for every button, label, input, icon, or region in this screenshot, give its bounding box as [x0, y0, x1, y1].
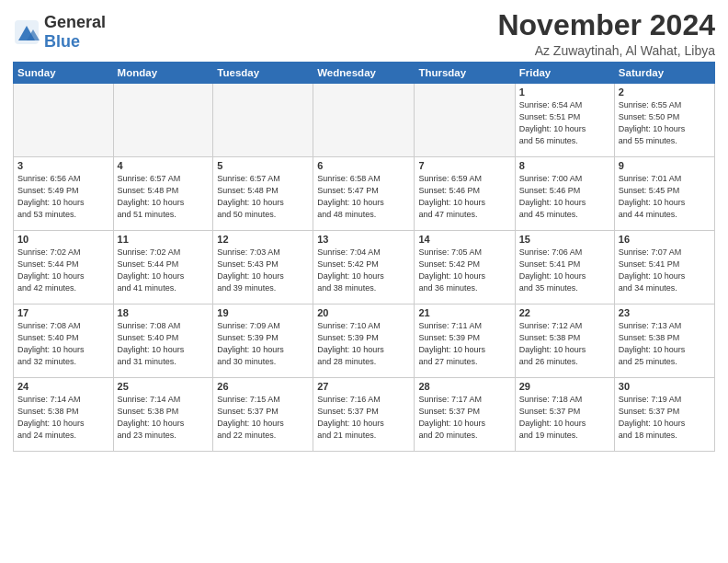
- month-title: November 2024: [497, 9, 715, 41]
- week-row-2: 10Sunrise: 7:02 AM Sunset: 5:44 PM Dayli…: [14, 231, 715, 304]
- calendar-cell: 13Sunrise: 7:04 AM Sunset: 5:42 PM Dayli…: [313, 231, 415, 304]
- day-info: Sunrise: 7:17 AM Sunset: 5:37 PM Dayligh…: [418, 394, 510, 442]
- day-number: 7: [418, 160, 510, 171]
- logo-blue: Blue: [44, 32, 80, 51]
- header-saturday: Saturday: [614, 63, 714, 84]
- day-number: 17: [17, 307, 109, 318]
- day-number: 5: [217, 160, 309, 171]
- calendar-cell: 3Sunrise: 6:56 AM Sunset: 5:49 PM Daylig…: [14, 157, 114, 231]
- calendar-cell: [415, 84, 515, 157]
- calendar-cell: 27Sunrise: 7:16 AM Sunset: 5:37 PM Dayli…: [313, 378, 415, 452]
- day-info: Sunrise: 7:12 AM Sunset: 5:38 PM Dayligh…: [519, 320, 610, 368]
- day-info: Sunrise: 6:56 AM Sunset: 5:49 PM Dayligh…: [17, 173, 109, 221]
- calendar-cell: 8Sunrise: 7:00 AM Sunset: 5:46 PM Daylig…: [515, 157, 614, 231]
- weekday-header-row: Sunday Monday Tuesday Wednesday Thursday…: [14, 63, 715, 84]
- calendar-cell: 14Sunrise: 7:05 AM Sunset: 5:42 PM Dayli…: [415, 231, 515, 304]
- header-wednesday: Wednesday: [313, 63, 415, 84]
- day-number: 29: [519, 381, 610, 392]
- day-number: 8: [519, 160, 610, 171]
- day-info: Sunrise: 7:08 AM Sunset: 5:40 PM Dayligh…: [118, 320, 210, 368]
- day-number: 19: [217, 307, 309, 318]
- day-info: Sunrise: 7:02 AM Sunset: 5:44 PM Dayligh…: [17, 247, 109, 294]
- day-info: Sunrise: 6:58 AM Sunset: 5:47 PM Dayligh…: [317, 173, 410, 221]
- calendar-cell: 1Sunrise: 6:54 AM Sunset: 5:51 PM Daylig…: [515, 84, 614, 157]
- calendar-cell: 20Sunrise: 7:10 AM Sunset: 5:39 PM Dayli…: [313, 304, 415, 378]
- title-block: November 2024 Az Zuwaytinah, Al Wahat, L…: [497, 9, 715, 58]
- day-info: Sunrise: 6:59 AM Sunset: 5:46 PM Dayligh…: [418, 173, 510, 221]
- calendar-cell: [14, 84, 114, 157]
- logo-icon: [13, 18, 40, 46]
- calendar-cell: 23Sunrise: 7:13 AM Sunset: 5:38 PM Dayli…: [614, 304, 714, 378]
- day-number: 10: [17, 234, 109, 245]
- week-row-0: 1Sunrise: 6:54 AM Sunset: 5:51 PM Daylig…: [14, 84, 715, 157]
- day-number: 12: [217, 234, 309, 245]
- header-sunday: Sunday: [14, 63, 114, 84]
- calendar-cell: 11Sunrise: 7:02 AM Sunset: 5:44 PM Dayli…: [113, 231, 213, 304]
- calendar-table: Sunday Monday Tuesday Wednesday Thursday…: [13, 62, 715, 452]
- calendar-cell: 28Sunrise: 7:17 AM Sunset: 5:37 PM Dayli…: [415, 378, 515, 452]
- day-number: 26: [217, 381, 309, 392]
- day-info: Sunrise: 6:54 AM Sunset: 5:51 PM Dayligh…: [519, 99, 610, 147]
- header-friday: Friday: [515, 63, 614, 84]
- day-number: 9: [619, 160, 711, 171]
- header-thursday: Thursday: [415, 63, 515, 84]
- page-container: General Blue November 2024 Az Zuwaytinah…: [0, 0, 728, 457]
- calendar-cell: 19Sunrise: 7:09 AM Sunset: 5:39 PM Dayli…: [213, 304, 313, 378]
- day-number: 11: [118, 234, 210, 245]
- location-title: Az Zuwaytinah, Al Wahat, Libya: [497, 43, 715, 58]
- calendar-cell: 9Sunrise: 7:01 AM Sunset: 5:45 PM Daylig…: [614, 157, 714, 231]
- header: General Blue November 2024 Az Zuwaytinah…: [13, 9, 715, 58]
- day-number: 15: [519, 234, 610, 245]
- day-number: 14: [418, 234, 510, 245]
- day-number: 23: [619, 307, 711, 318]
- day-info: Sunrise: 7:14 AM Sunset: 5:38 PM Dayligh…: [118, 394, 210, 442]
- day-info: Sunrise: 7:06 AM Sunset: 5:41 PM Dayligh…: [519, 247, 610, 294]
- logo-general: General: [44, 13, 106, 31]
- day-number: 3: [17, 160, 109, 171]
- calendar-cell: 25Sunrise: 7:14 AM Sunset: 5:38 PM Dayli…: [113, 378, 213, 452]
- calendar-cell: 22Sunrise: 7:12 AM Sunset: 5:38 PM Dayli…: [515, 304, 614, 378]
- day-number: 20: [317, 307, 410, 318]
- day-info: Sunrise: 6:57 AM Sunset: 5:48 PM Dayligh…: [118, 173, 210, 221]
- calendar-cell: 4Sunrise: 6:57 AM Sunset: 5:48 PM Daylig…: [113, 157, 213, 231]
- header-monday: Monday: [113, 63, 213, 84]
- day-number: 6: [317, 160, 410, 171]
- day-number: 24: [17, 381, 109, 392]
- day-info: Sunrise: 7:19 AM Sunset: 5:37 PM Dayligh…: [619, 394, 711, 442]
- calendar-cell: 10Sunrise: 7:02 AM Sunset: 5:44 PM Dayli…: [14, 231, 114, 304]
- calendar-cell: 7Sunrise: 6:59 AM Sunset: 5:46 PM Daylig…: [415, 157, 515, 231]
- day-info: Sunrise: 7:02 AM Sunset: 5:44 PM Dayligh…: [118, 247, 210, 294]
- day-number: 2: [619, 86, 711, 98]
- calendar-cell: 17Sunrise: 7:08 AM Sunset: 5:40 PM Dayli…: [14, 304, 114, 378]
- day-number: 22: [519, 307, 610, 318]
- week-row-1: 3Sunrise: 6:56 AM Sunset: 5:49 PM Daylig…: [14, 157, 715, 231]
- day-info: Sunrise: 7:03 AM Sunset: 5:43 PM Dayligh…: [217, 247, 309, 294]
- calendar-cell: [213, 84, 313, 157]
- day-info: Sunrise: 7:10 AM Sunset: 5:39 PM Dayligh…: [317, 320, 410, 368]
- day-info: Sunrise: 7:13 AM Sunset: 5:38 PM Dayligh…: [619, 320, 711, 368]
- calendar-cell: 29Sunrise: 7:18 AM Sunset: 5:37 PM Dayli…: [515, 378, 614, 452]
- day-number: 21: [418, 307, 510, 318]
- calendar-cell: 26Sunrise: 7:15 AM Sunset: 5:37 PM Dayli…: [213, 378, 313, 452]
- day-number: 28: [418, 381, 510, 392]
- calendar-cell: 30Sunrise: 7:19 AM Sunset: 5:37 PM Dayli…: [614, 378, 714, 452]
- day-info: Sunrise: 7:04 AM Sunset: 5:42 PM Dayligh…: [317, 247, 410, 294]
- logo: General Blue: [13, 13, 106, 52]
- calendar-cell: 24Sunrise: 7:14 AM Sunset: 5:38 PM Dayli…: [14, 378, 114, 452]
- calendar-cell: 15Sunrise: 7:06 AM Sunset: 5:41 PM Dayli…: [515, 231, 614, 304]
- day-info: Sunrise: 7:09 AM Sunset: 5:39 PM Dayligh…: [217, 320, 309, 368]
- calendar-cell: [113, 84, 213, 157]
- day-number: 1: [519, 86, 610, 98]
- week-row-4: 24Sunrise: 7:14 AM Sunset: 5:38 PM Dayli…: [14, 378, 715, 452]
- calendar-cell: [313, 84, 415, 157]
- calendar-cell: 2Sunrise: 6:55 AM Sunset: 5:50 PM Daylig…: [614, 84, 714, 157]
- day-info: Sunrise: 7:00 AM Sunset: 5:46 PM Dayligh…: [519, 173, 610, 221]
- day-number: 4: [118, 160, 210, 171]
- day-number: 18: [118, 307, 210, 318]
- day-number: 27: [317, 381, 410, 392]
- day-info: Sunrise: 7:05 AM Sunset: 5:42 PM Dayligh…: [418, 247, 510, 294]
- calendar-cell: 16Sunrise: 7:07 AM Sunset: 5:41 PM Dayli…: [614, 231, 714, 304]
- day-info: Sunrise: 7:01 AM Sunset: 5:45 PM Dayligh…: [619, 173, 711, 221]
- day-info: Sunrise: 7:18 AM Sunset: 5:37 PM Dayligh…: [519, 394, 610, 442]
- day-info: Sunrise: 7:11 AM Sunset: 5:39 PM Dayligh…: [418, 320, 510, 368]
